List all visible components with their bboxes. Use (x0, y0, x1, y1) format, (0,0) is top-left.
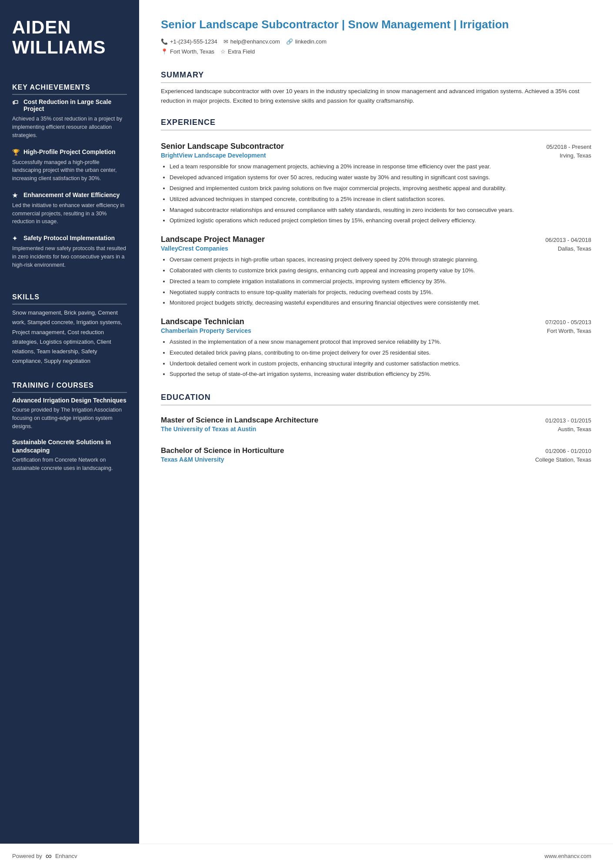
bullet: Directed a team to complete irrigation i… (170, 277, 591, 286)
training-title: TRAINING / COURSES (12, 382, 127, 393)
main-content: Senior Landscape Subcontractor | Snow Ma… (139, 0, 613, 868)
achievement-item: ✦ Safety Protocol Implementation Impleme… (12, 235, 127, 269)
bullet: Managed subcontractor relationships and … (170, 206, 591, 215)
degree-2-date: 01/2006 - 01/2010 (545, 448, 591, 454)
degree-1-date: 01/2013 - 01/2015 (545, 417, 591, 424)
bullet: Designed and implemented custom brick pa… (170, 184, 591, 193)
degree-2-name: Bachelor of Science in Horticulture (161, 446, 284, 455)
achievement-desc-3: Led the initiative to enhance water effi… (12, 201, 127, 226)
bullet: Monitored project budgets strictly, decr… (170, 298, 591, 308)
location-icon: 📍 (161, 48, 168, 55)
degree-1-name: Master of Science in Landscape Architect… (161, 416, 318, 425)
education-section-title: EDUCATION (161, 393, 591, 406)
trophy-icon: 🏆 (12, 149, 20, 156)
bullet: Collaborated with clients to customize b… (170, 266, 591, 275)
achievement-item: ★ Enhancement of Water Efficiency Led th… (12, 191, 127, 226)
degree-1-header: Master of Science in Landscape Architect… (161, 416, 591, 425)
training-item-1: Advanced Irrigation Design Techniques Co… (12, 396, 127, 430)
bullet: Oversaw cement projects in high-profile … (170, 255, 591, 265)
star-icon: ★ (12, 192, 20, 199)
tag-icon: 🏷 (12, 99, 20, 106)
skills-title: SKILLS (12, 293, 127, 305)
training-item-2: Sustainable Concrete Solutions in Landsc… (12, 438, 127, 472)
first-name: AIDEN (12, 17, 71, 37)
bullet: Led a team responsible for snow manageme… (170, 162, 591, 171)
training-section: TRAINING / COURSES Advanced Irrigation D… (12, 382, 127, 480)
summary-text: Experienced landscape subcontractor with… (161, 87, 591, 106)
achievement-item: 🏆 High-Profile Project Completion Succes… (12, 148, 127, 183)
phone-icon: 📞 (161, 38, 168, 45)
achievement-title-2: 🏆 High-Profile Project Completion (12, 148, 127, 156)
brand-name: Enhancv (55, 853, 77, 859)
job-3-date: 07/2010 - 05/2013 (545, 319, 591, 325)
footer-brand: Powered by ∞ Enhancv (12, 851, 77, 861)
achievement-desc-4: Implemented new safety protocols that re… (12, 245, 127, 269)
job-2-bullets: Oversaw cement projects in high-profile … (161, 255, 591, 308)
job-2-header: Landscape Project Manager 06/2013 - 04/2… (161, 235, 591, 244)
job-1: Senior Landscape Subcontractor 05/2018 -… (161, 134, 591, 227)
job-2-location: Dallas, Texas (558, 245, 591, 252)
link-icon: 🔗 (286, 38, 293, 45)
degree-2-sub: Texas A&M University College Station, Te… (161, 456, 591, 463)
job-1-title: Senior Landscape Subcontractor (161, 142, 284, 151)
training-title-1: Advanced Irrigation Design Techniques (12, 396, 127, 404)
footer: Powered by ∞ Enhancv www.enhancv.com (0, 844, 613, 868)
job-3-header: Landscape Technician 07/2010 - 05/2013 (161, 317, 591, 326)
achievements-section: KEY ACHIEVEMENTS 🏷 Cost Reduction in Lar… (12, 84, 127, 278)
job-3-location: Fort Worth, Texas (547, 328, 591, 334)
star-extra-icon: ☆ (220, 48, 226, 55)
job-1-header: Senior Landscape Subcontractor 05/2018 -… (161, 142, 591, 151)
degree-1: Master of Science in Landscape Architect… (161, 409, 591, 432)
job-1-bullets: Led a team responsible for snow manageme… (161, 162, 591, 225)
contact-phone: 📞 +1-(234)-555-1234 (161, 38, 217, 45)
training-title-2: Sustainable Concrete Solutions in Landsc… (12, 438, 127, 454)
contact-row: 📞 +1-(234)-555-1234 ✉ help@enhancv.com 🔗… (161, 38, 591, 45)
job-1-sub: BrightView Landscape Development Irving,… (161, 152, 591, 159)
enhancv-logo-icon: ∞ (46, 851, 52, 861)
experience-section-title: EXPERIENCE (161, 118, 591, 131)
bullet: Developed advanced irrigation systems fo… (170, 173, 591, 182)
bullet: Assisted in the implementation of a new … (170, 338, 591, 347)
bullet: Executed detailed brick paving plans, co… (170, 349, 591, 358)
contact-extra: ☆ Extra Field (220, 48, 255, 55)
job-3-company: Chamberlain Property Services (161, 327, 251, 334)
bullet: Undertook detailed cement work in custom… (170, 359, 591, 369)
summary-section-title: SUMMARY (161, 70, 591, 83)
job-2-company: ValleyCrest Companies (161, 245, 228, 252)
bullet: Negotiated supply contracts to ensure to… (170, 288, 591, 297)
resume: AIDEN WILLIAMS KEY ACHIEVEMENTS 🏷 Cost R… (0, 0, 613, 868)
job-2-sub: ValleyCrest Companies Dallas, Texas (161, 245, 591, 252)
last-name: WILLIAMS (12, 37, 106, 57)
job-3-sub: Chamberlain Property Services Fort Worth… (161, 327, 591, 334)
training-desc-2: Certification from Concrete Network on s… (12, 456, 127, 473)
footer-website: www.enhancv.com (545, 853, 591, 859)
powered-by-text: Powered by (12, 853, 42, 859)
job-title: Senior Landscape Subcontractor | Snow Ma… (161, 17, 591, 32)
job-2-date: 06/2013 - 04/2018 (545, 237, 591, 243)
skills-text: Snow management, Brick paving, Cement wo… (12, 308, 127, 366)
achievement-item: 🏷 Cost Reduction in Large Scale Project … (12, 98, 127, 139)
contact-location: 📍 Fort Worth, Texas (161, 48, 214, 55)
achievement-title-3: ★ Enhancement of Water Efficiency (12, 191, 127, 199)
star-outline-icon: ✦ (12, 235, 20, 242)
contact-website: 🔗 linkedin.com (286, 38, 326, 45)
candidate-name: AIDEN WILLIAMS (12, 17, 127, 57)
job-1-company: BrightView Landscape Development (161, 152, 266, 159)
achievements-title: KEY ACHIEVEMENTS (12, 84, 127, 95)
skills-section: SKILLS Snow management, Brick paving, Ce… (12, 293, 127, 366)
job-3: Landscape Technician 07/2010 - 05/2013 C… (161, 309, 591, 381)
job-2-title: Landscape Project Manager (161, 235, 265, 244)
degree-2-location: College Station, Texas (535, 456, 591, 463)
job-1-date: 05/2018 - Present (546, 144, 591, 150)
degree-2: Bachelor of Science in Horticulture 01/2… (161, 439, 591, 463)
degree-1-sub: The University of Texas at Austin Austin… (161, 426, 591, 432)
bullet: Supported the setup of state-of-the-art … (170, 370, 591, 379)
email-icon: ✉ (223, 38, 228, 45)
sidebar: AIDEN WILLIAMS KEY ACHIEVEMENTS 🏷 Cost R… (0, 0, 139, 868)
degree-2-school: Texas A&M University (161, 456, 224, 463)
degree-1-school: The University of Texas at Austin (161, 426, 256, 432)
achievement-title-1: 🏷 Cost Reduction in Large Scale Project (12, 98, 127, 112)
achievement-desc-2: Successfully managed a high-profile land… (12, 158, 127, 183)
job-3-title: Landscape Technician (161, 317, 244, 326)
bullet: Utilized advanced techniques in stamped … (170, 195, 591, 204)
